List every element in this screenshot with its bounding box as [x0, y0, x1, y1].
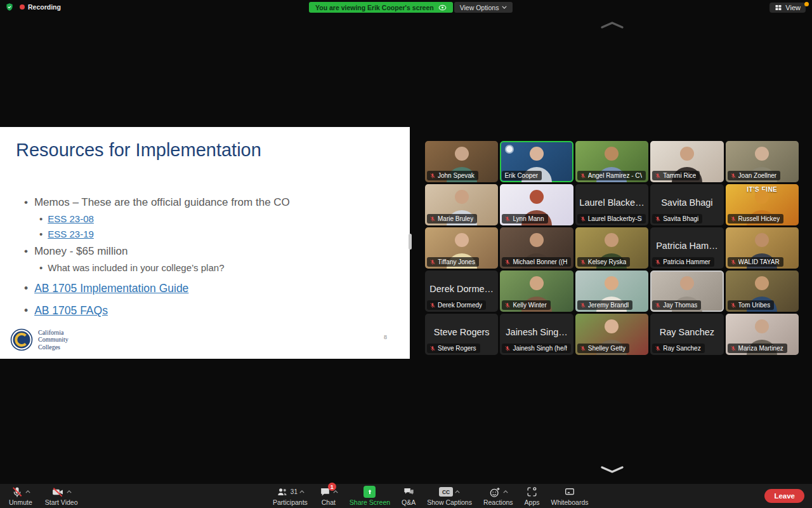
- gallery-grid-icon: [775, 4, 782, 11]
- participant-tile[interactable]: Tiffany Jones: [425, 227, 498, 269]
- participant-tile[interactable]: Shelley Getty: [575, 314, 648, 355]
- participant-tile[interactable]: Kelsey Ryska: [575, 227, 648, 269]
- bullet-marker: •: [24, 245, 28, 258]
- person-silhouette-head: [530, 190, 544, 204]
- participant-name-tag: Tammi Rice: [652, 171, 700, 180]
- view-button[interactable]: View: [769, 3, 806, 13]
- unmute-button[interactable]: Unmute: [5, 484, 36, 508]
- slide-bullet: •Memos – These are the official guidance…: [24, 196, 392, 209]
- muted-mic-icon: [429, 173, 436, 179]
- participant-tile[interactable]: Ray SanchezRay Sanchez: [650, 314, 723, 355]
- slide-bullet-list: •Memos – These are the official guidance…: [24, 190, 392, 318]
- chevron-up-icon[interactable]: [503, 490, 508, 493]
- muted-mic-icon: [504, 216, 511, 222]
- person-silhouette-head: [455, 190, 469, 204]
- participant-name: WALID TAYAR: [738, 258, 780, 265]
- chevron-up-icon[interactable]: [333, 490, 338, 493]
- college-seal-icon: [10, 328, 33, 351]
- person-silhouette-head: [680, 147, 694, 161]
- muted-mic-icon: [730, 216, 737, 222]
- bullet-marker: •: [24, 282, 28, 295]
- gallery-scroll-down-icon[interactable]: [600, 465, 624, 474]
- participants-button[interactable]: 31 Participants: [269, 484, 311, 508]
- participant-name-tag: Patricia Hammer: [652, 257, 714, 267]
- chevron-up-icon[interactable]: [67, 490, 72, 493]
- participant-name-tag: Jeremy Brandl: [577, 300, 632, 310]
- whiteboards-label: Whiteboards: [551, 498, 589, 506]
- person-silhouette-head: [680, 276, 694, 290]
- participant-tile[interactable]: Marie Bruley: [425, 184, 498, 225]
- chat-button[interactable]: 1 Chat: [315, 484, 342, 508]
- microphone-muted-icon: [11, 486, 23, 498]
- panel-resize-handle[interactable]: [409, 234, 412, 250]
- qa-label: Q&A: [402, 498, 416, 506]
- participant-name-tag: Kelsey Ryska: [577, 257, 631, 267]
- person-silhouette-head: [530, 276, 544, 290]
- participant-name: Mariza Martinez: [738, 345, 783, 352]
- participant-tile[interactable]: Kelly Winter: [500, 271, 573, 312]
- slide-link[interactable]: •AB 1705 Implementation Guide: [24, 282, 392, 295]
- muted-mic-icon: [580, 302, 586, 309]
- participant-tile[interactable]: Patricia Ham…Patricia Hammer: [650, 227, 723, 269]
- participant-name: Savita Bhagi: [663, 215, 698, 222]
- participant-tile[interactable]: Erik Cooper: [500, 141, 573, 182]
- apps-button[interactable]: Apps: [521, 484, 544, 508]
- participant-tile[interactable]: Laurel Blacke…Laurel Blackerby-Slat…: [575, 184, 648, 225]
- bullet-marker: •: [39, 229, 43, 239]
- chevron-up-icon[interactable]: [25, 490, 30, 493]
- slide-link[interactable]: •AB 1705 FAQs: [24, 304, 392, 318]
- participant-tile[interactable]: Jeremy Brandl: [575, 271, 648, 312]
- recording-label: Recording: [28, 3, 61, 11]
- share-screen-button[interactable]: Share Screen: [346, 484, 394, 508]
- bullet-marker: •: [24, 196, 28, 209]
- bullet-text: Money - $65 million: [34, 245, 128, 258]
- bullet-text: AB 1705 Implementation Guide: [34, 282, 188, 295]
- chevron-up-icon[interactable]: [455, 490, 460, 493]
- participant-name: Jay Thomas: [663, 302, 697, 309]
- qa-button[interactable]: Q&A: [398, 484, 419, 508]
- reactions-button[interactable]: Reactions: [480, 484, 517, 508]
- whiteboards-button[interactable]: Whiteboards: [547, 484, 593, 508]
- person-silhouette-head: [755, 190, 769, 204]
- slide-link[interactable]: •ESS 23-19: [39, 229, 392, 239]
- person-silhouette-head: [605, 319, 619, 333]
- participant-tile[interactable]: Tammi Rice: [650, 141, 723, 182]
- participant-tile[interactable]: Michael Bonner ((He/…: [500, 227, 573, 269]
- participant-name-tag: Lynn Mann: [502, 214, 547, 224]
- participant-tile[interactable]: Savita BhagiSavita Bhagi: [650, 184, 723, 225]
- participant-tile[interactable]: WALID TAYAR: [726, 227, 799, 269]
- muted-mic-icon: [580, 259, 586, 265]
- participant-tile[interactable]: Jay Thomas: [650, 271, 723, 312]
- security-shield-icon[interactable]: [5, 3, 14, 11]
- participant-tile[interactable]: Jainesh Sing…Jainesh Singh (he/him): [500, 314, 573, 355]
- participant-tile[interactable]: Steve RogersSteve Rogers: [425, 314, 498, 355]
- slide-bullet: •Money - $65 million: [24, 245, 392, 258]
- view-options-button[interactable]: View Options: [454, 2, 513, 13]
- apps-icon: [526, 486, 538, 498]
- participant-name: Jeremy Brandl: [588, 302, 629, 309]
- participant-tile[interactable]: John Spevak: [425, 141, 498, 182]
- participant-tile[interactable]: Derek Dorme…Derek Dormedy: [425, 271, 498, 312]
- qa-bubbles-icon: [402, 486, 416, 498]
- participant-tile[interactable]: Mariza Martinez: [726, 314, 799, 355]
- unmute-label: Unmute: [9, 498, 32, 506]
- participant-name: Kelsey Ryska: [588, 258, 627, 265]
- leave-button[interactable]: Leave: [764, 489, 804, 503]
- participant-tile[interactable]: Joan Zoellner: [726, 141, 799, 182]
- muted-mic-icon: [429, 302, 436, 309]
- show-captions-button[interactable]: CC Show Captions: [423, 484, 476, 508]
- person-silhouette-head: [605, 233, 619, 247]
- gallery-scroll-up-icon[interactable]: [600, 21, 624, 29]
- participant-tile[interactable]: Tom Uribes: [726, 271, 799, 312]
- slide-link[interactable]: •ESS 23-08: [39, 213, 392, 224]
- chevron-up-icon[interactable]: [299, 490, 304, 493]
- participant-name: Angel Ramirez - CVH…: [588, 172, 642, 179]
- participant-name: Tammi Rice: [663, 172, 696, 179]
- participant-name: Michael Bonner ((He/…: [513, 258, 566, 265]
- closed-captions-icon: CC: [439, 487, 453, 497]
- participant-tile[interactable]: Angel Ramirez - CVH…: [575, 141, 648, 182]
- start-video-button[interactable]: Start Video: [41, 484, 82, 508]
- recording-dot-icon: [20, 4, 25, 10]
- participant-tile[interactable]: IT'S FINERussell Hickey: [726, 184, 799, 225]
- participant-tile[interactable]: Lynn Mann: [500, 184, 573, 225]
